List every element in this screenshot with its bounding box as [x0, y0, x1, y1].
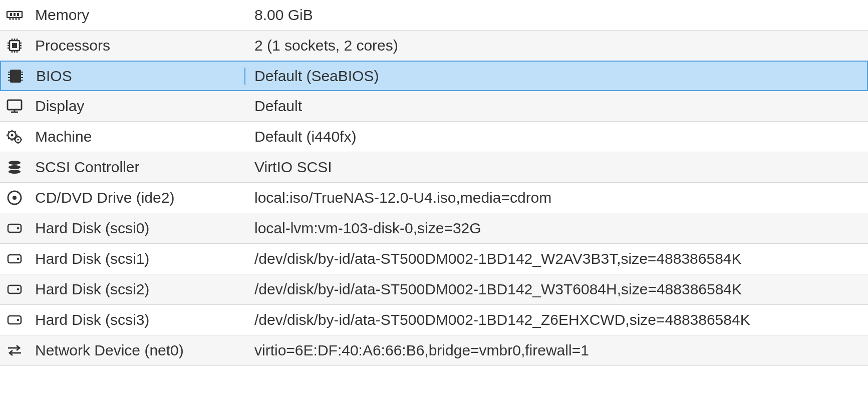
hardware-row[interactable]: MachineDefault (i440fx) — [0, 122, 868, 152]
hardware-label: Network Device (net0) — [29, 342, 244, 359]
hardware-value: /dev/disk/by-id/ata-ST500DM002-1BD142_W2… — [244, 250, 868, 267]
hardware-value: Default (SeaBIOS) — [244, 68, 867, 85]
hardware-value: virtio=6E:DF:40:A6:66:B6,bridge=vmbr0,fi… — [244, 342, 868, 359]
hardware-label: BIOS — [30, 68, 245, 85]
hardware-row[interactable]: Hard Disk (scsi3)/dev/disk/by-id/ata-ST5… — [0, 305, 868, 335]
hardware-row[interactable]: Hard Disk (scsi1)/dev/disk/by-id/ata-ST5… — [0, 244, 868, 274]
hardware-label: Hard Disk (scsi2) — [29, 281, 244, 298]
hardware-row[interactable]: Memory8.00 GiB — [0, 0, 868, 31]
bios-icon — [1, 68, 30, 85]
hardware-label: Hard Disk (scsi0) — [29, 220, 244, 237]
hardware-label: Display — [29, 98, 244, 115]
hardware-row[interactable]: Processors2 (1 sockets, 2 cores) — [0, 31, 868, 61]
network-icon — [0, 342, 29, 359]
disc-icon — [0, 189, 29, 206]
hdd-icon — [0, 250, 29, 267]
hardware-row[interactable]: Hard Disk (scsi0)local-lvm:vm-103-disk-0… — [0, 213, 868, 244]
hardware-value: /dev/disk/by-id/ata-ST500DM002-1BD142_W3… — [244, 281, 868, 298]
hardware-row[interactable]: Hard Disk (scsi2)/dev/disk/by-id/ata-ST5… — [0, 274, 868, 305]
hardware-label: Hard Disk (scsi3) — [29, 311, 244, 328]
cpu-icon — [0, 37, 29, 54]
hardware-label: Hard Disk (scsi1) — [29, 250, 244, 267]
hardware-row[interactable]: SCSI ControllerVirtIO SCSI — [0, 152, 868, 183]
hardware-value: Default (i440fx) — [244, 128, 868, 145]
hardware-label: Memory — [29, 7, 244, 24]
hdd-icon — [0, 311, 29, 328]
hardware-label: Machine — [29, 128, 244, 145]
hdd-icon — [0, 220, 29, 237]
hardware-list: Memory8.00 GiBProcessors2 (1 sockets, 2 … — [0, 0, 868, 366]
hardware-row[interactable]: CD/DVD Drive (ide2)local:iso/TrueNAS-12.… — [0, 183, 868, 213]
hardware-value: 2 (1 sockets, 2 cores) — [244, 37, 868, 54]
hdd-icon — [0, 281, 29, 298]
memory-icon — [0, 7, 29, 24]
machine-icon — [0, 128, 29, 145]
display-icon — [0, 98, 29, 115]
scsi-icon — [0, 159, 29, 176]
hardware-value: Default — [244, 98, 868, 115]
hardware-label: Processors — [29, 37, 244, 54]
hardware-value: local:iso/TrueNAS-12.0-U4.iso,media=cdro… — [244, 189, 868, 206]
hardware-row[interactable]: BIOSDefault (SeaBIOS) — [0, 61, 868, 91]
hardware-row[interactable]: Network Device (net0)virtio=6E:DF:40:A6:… — [0, 335, 868, 366]
hardware-label: SCSI Controller — [29, 159, 244, 176]
hardware-value: 8.00 GiB — [244, 7, 868, 24]
hardware-row[interactable]: DisplayDefault — [0, 91, 868, 122]
hardware-value: VirtIO SCSI — [244, 159, 868, 176]
hardware-label: CD/DVD Drive (ide2) — [29, 189, 244, 206]
hardware-value: /dev/disk/by-id/ata-ST500DM002-1BD142_Z6… — [244, 311, 868, 328]
hardware-value: local-lvm:vm-103-disk-0,size=32G — [244, 220, 868, 237]
